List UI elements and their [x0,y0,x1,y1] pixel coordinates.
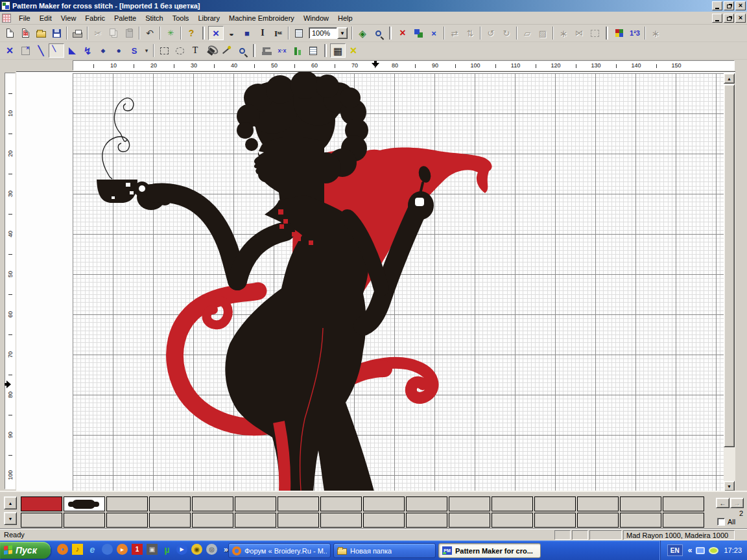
palette-cell-empty[interactable] [21,513,62,528]
knife-tool-button[interactable]: ⋈ [571,26,587,40]
palette-cell-empty[interactable] [492,513,533,528]
palette-cell-empty[interactable] [278,496,319,511]
menu-tools[interactable]: Tools [168,13,194,23]
palette-cell-empty[interactable] [149,496,191,511]
swap-colors-button[interactable] [410,26,426,40]
palette-cell-empty[interactable] [577,496,619,511]
petite-bead-button[interactable]: ◆ [95,43,111,58]
realplayer-icon[interactable]: ▸ [117,544,128,555]
full-stitch-button[interactable]: × [2,43,18,58]
menu-window[interactable]: Window [299,13,333,23]
view-symbols-button[interactable]: ◒ [224,26,239,40]
rotate-left-button[interactable]: ↺ [483,26,499,40]
fill-tool-button[interactable] [203,43,219,58]
palette-color-black[interactable] [64,496,105,511]
palette-cell-empty[interactable] [577,513,619,528]
pattern-information-button[interactable] [291,26,307,40]
scrollbar-thumb[interactable] [724,84,735,447]
palette-cell-empty[interactable] [534,496,576,511]
help-button[interactable]: ? [184,26,199,40]
doc-minimize-button[interactable] [712,14,722,23]
special-stitch-button[interactable]: S [126,43,142,58]
network-computer-icon[interactable] [696,547,705,554]
pattern-canvas[interactable]: ▲ ▼ [16,71,735,491]
palette-next-button[interactable]: → [730,498,744,508]
palette-cell-empty[interactable] [106,496,148,511]
view-full-stitches-button[interactable]: × [208,26,224,40]
menu-stitch[interactable]: Stitch [141,13,168,23]
view-backstitch-info-button[interactable]: INE [270,26,286,40]
menu-library[interactable]: Library [193,13,224,23]
all-checkbox[interactable] [717,518,725,526]
palette-cell-empty[interactable] [149,513,191,528]
cut-button[interactable]: ✂ [90,26,106,40]
grid-toggle-button[interactable]: ▦ [330,43,346,58]
zoom-level-select[interactable]: 100%▼ [309,27,348,39]
special-stitch-dropdown[interactable]: ▾ [142,43,151,58]
media-clip-icon[interactable]: ▣ [147,544,158,555]
messenger-tray-icon[interactable] [709,547,718,554]
select-rectangle-button[interactable] [156,43,172,58]
remove-color-button[interactable]: × [426,26,442,40]
zoom-dropdown-arrow-icon[interactable]: ▼ [337,27,348,39]
menu-help[interactable]: Help [333,13,357,23]
palette-cell-empty[interactable] [192,513,233,528]
scroll-down-button[interactable]: ▼ [724,481,735,491]
shape-tool-button[interactable]: ▱ [519,26,535,40]
undo-button[interactable]: ↶ [142,26,158,40]
fill-shape-tool-button[interactable]: ▨ [535,26,551,40]
palette-scroll-up-button[interactable]: ▲ [4,496,17,509]
zoom-value[interactable]: 100% [309,27,337,39]
menu-palette[interactable]: Palette [110,13,141,23]
tray-chevron[interactable]: « [688,546,693,555]
crossed-needles-button[interactable]: × [346,43,361,58]
select-lasso-button[interactable] [172,43,187,58]
open-button[interactable] [33,26,49,40]
palette-cell-empty[interactable] [64,513,105,528]
doc-restore-button[interactable] [724,14,734,23]
palette-cell-empty[interactable] [320,513,362,528]
restore-button[interactable] [724,1,734,10]
winamp-icon[interactable]: ♪ [72,544,83,555]
copy-button[interactable] [106,26,121,40]
symbol-numbers-button[interactable]: 1²3 [627,26,643,40]
messenger-icon[interactable] [102,544,113,555]
paste-button[interactable] [121,26,137,40]
task-pattern-maker[interactable]: PMPattern Maker for cro... [438,543,541,558]
doc-close-button[interactable]: × [735,14,746,23]
palette-scroll-down-button[interactable]: ▼ [4,512,17,525]
palette-cell-empty[interactable] [235,496,276,511]
palette-cell-empty[interactable] [406,513,447,528]
media-player-icon[interactable]: ▶ [176,544,187,555]
palette-cell-empty[interactable] [192,496,233,511]
palette-cell-empty[interactable] [449,513,490,528]
palette-color-red[interactable] [21,496,62,511]
color-picker-button[interactable] [219,43,234,58]
palette-cell-empty[interactable] [235,513,276,528]
palette-cell-empty[interactable] [663,496,704,511]
minimize-button[interactable] [712,1,722,10]
palette-editor-button[interactable] [611,26,627,40]
petite-stitch-button[interactable] [18,43,33,58]
palette-prev-button[interactable]: ← [716,498,729,508]
zoom-area-button[interactable] [370,26,386,40]
language-indicator[interactable]: EN [667,544,683,556]
three-quarter-stitch-button[interactable] [64,43,80,58]
task-broidery-forum[interactable]: Форум « Broidery.Ru - M... [228,543,331,558]
task-new-folder[interactable]: Новая папка [333,543,436,558]
menu-view[interactable]: View [56,13,81,23]
vertical-scrollbar[interactable]: ▲ ▼ [724,73,735,491]
backstitch-button[interactable]: ↯ [80,43,95,58]
menu-file[interactable]: File [14,13,35,23]
half-stitch-button[interactable]: ╲ [33,43,49,58]
webcam-icon[interactable]: ◎ [206,544,217,555]
export-machine-button[interactable]: ✳ [163,26,178,40]
firefox-icon[interactable]: ● [57,544,68,555]
print-button[interactable] [69,26,85,40]
fit-to-window-button[interactable]: ◈ [355,26,370,40]
eraser-tool-button[interactable]: ∗ [556,26,571,40]
palette-cell-empty[interactable] [534,513,576,528]
palette-cell-empty[interactable] [320,496,362,511]
keeper-icon[interactable]: ◉ [191,544,202,555]
machine-hoop-button[interactable] [259,43,274,58]
